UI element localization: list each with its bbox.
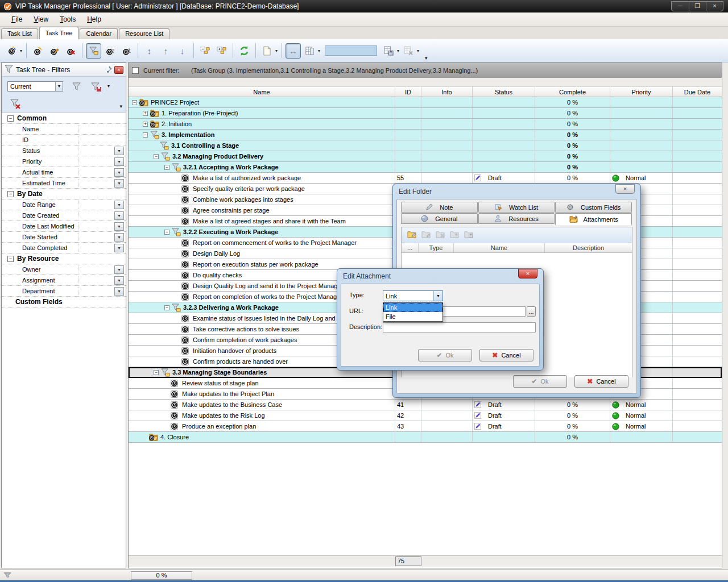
chevron-down-icon[interactable]: ▼	[114, 157, 124, 166]
attachment-open-button[interactable]	[450, 230, 460, 240]
column-header-complete[interactable]: Complete	[535, 87, 610, 97]
dialog-tab-attachments[interactable]: Attachments	[555, 213, 632, 225]
chevron-down-icon[interactable]: ▼	[114, 201, 124, 209]
table-row[interactable]: −3. Implementation 0 %	[129, 130, 722, 140]
attachment-edit-button[interactable]	[421, 230, 431, 240]
chevron-down-icon[interactable]: ▼	[114, 244, 124, 252]
chevron-down-icon[interactable]: ▾	[275, 48, 278, 53]
chevron-down-icon[interactable]: ▾	[20, 48, 22, 53]
dialog-tab-watch-list[interactable]: Watch List	[478, 202, 555, 213]
chevron-down-icon[interactable]: ▼	[114, 222, 124, 231]
filter-section-common[interactable]: −Common	[2, 113, 126, 124]
column-header-status[interactable]: Status	[473, 87, 535, 97]
expand-expander[interactable]: +	[143, 122, 148, 127]
filter-field-date-created[interactable]: Date Created ▼	[2, 210, 126, 221]
toolbar-overflow-icon[interactable]: ▾	[425, 55, 428, 62]
edit-attachment-cancel-button[interactable]: ✖ Cancel	[479, 349, 533, 361]
clear-filter-button[interactable]	[6, 95, 23, 111]
filter-section-by-date[interactable]: −By Date	[2, 189, 126, 199]
edit-attachment-close-button[interactable]: ×	[518, 269, 537, 278]
attachment-column-1[interactable]: Type	[419, 243, 454, 252]
table-row[interactable]: Produce an exception plan 43 Draft 0 % N…	[129, 421, 722, 432]
collapse-expander[interactable]: −	[164, 230, 169, 235]
attachment-delete-button[interactable]	[436, 230, 445, 240]
tab-resource-list[interactable]: Resource List	[119, 28, 169, 39]
filter-field-status[interactable]: Status ▼	[2, 146, 126, 156]
expand-expander[interactable]: +	[143, 111, 148, 116]
menu-file[interactable]: File	[6, 14, 28, 25]
minimize-button[interactable]: ─	[672, 2, 689, 11]
dialog-tab-note[interactable]: Note	[401, 202, 478, 213]
filter-field-date-completed[interactable]: Date Completed ▼	[2, 243, 126, 253]
chevron-down-icon[interactable]: ▼	[114, 211, 124, 220]
chevron-down-icon[interactable]: ▾	[318, 48, 320, 53]
tab-task-list[interactable]: Task List	[1, 28, 38, 39]
table-row[interactable]: +1. Preparation (Pre-Project) 0 %	[129, 108, 722, 119]
filter-field-actual-time[interactable]: Actual time ▼	[2, 167, 126, 178]
move-up-button[interactable]: ↑	[158, 43, 173, 59]
attachment-save-button[interactable]	[464, 230, 474, 240]
collapse-expander[interactable]: −	[7, 191, 14, 197]
chevron-down-icon[interactable]: ▼	[114, 287, 124, 296]
edit-folder-ok-button[interactable]: ✔ Ok	[513, 375, 567, 388]
table-row[interactable]: −PRINCE2 Project 0 %	[129, 97, 722, 108]
table-row[interactable]: −3.2.1 Accepting a Work Package 0 %	[129, 162, 722, 173]
attachment-column-2[interactable]: Name	[454, 243, 545, 252]
filter-preset-combo[interactable]: Current ▼	[7, 81, 63, 92]
collapse-all-button[interactable]	[197, 43, 213, 59]
pin-icon[interactable]	[105, 66, 112, 74]
menu-view[interactable]: View	[28, 14, 54, 25]
attachment-column-3[interactable]: Description	[545, 243, 632, 252]
filter-field-priority[interactable]: Priority ▼	[2, 156, 126, 167]
attachment-column-0[interactable]: ...	[402, 243, 419, 252]
filters-panel-close-button[interactable]: ×	[114, 66, 123, 74]
expand-all-button[interactable]	[214, 43, 229, 59]
grid-layout-button[interactable]	[302, 43, 317, 59]
filter-section-by-resource[interactable]: −By Resource	[2, 253, 126, 264]
edit-attachment-ok-button[interactable]: ✔ Ok	[418, 349, 472, 361]
type-combobox[interactable]: Link ▼	[383, 290, 443, 301]
save-layout-button[interactable]	[381, 43, 396, 59]
save-filter-button[interactable]	[87, 78, 104, 94]
edit-folder-cancel-button[interactable]: ✖ Cancel	[574, 375, 628, 388]
collapse-expander[interactable]: −	[154, 154, 159, 159]
tab-task-tree[interactable]: Task Tree	[39, 27, 79, 39]
edit-task-button[interactable]	[47, 43, 62, 59]
edit-folder-close-button[interactable]: ×	[615, 184, 635, 194]
column-header-id[interactable]: ID	[395, 87, 421, 97]
attachment-add-button[interactable]	[407, 230, 417, 240]
filter-field-estimated-time[interactable]: Estimated Time ▼	[2, 178, 126, 189]
table-row[interactable]: −3.2 Managing Product Delivery 0 %	[129, 151, 722, 162]
layout-combo[interactable]	[325, 45, 377, 56]
filter-tasks-button[interactable]	[86, 43, 101, 59]
restore-button[interactable]: ❐	[689, 2, 706, 11]
chevron-down-icon[interactable]: ▼	[114, 147, 124, 155]
dropdown-option-file[interactable]: File	[383, 312, 442, 321]
tab-calendar[interactable]: Calendar	[80, 28, 118, 39]
chevron-down-icon[interactable]: ▼	[114, 233, 124, 242]
dropdown-option-link[interactable]: Link	[383, 303, 442, 312]
description-input[interactable]	[383, 322, 536, 332]
dialog-tab-resources[interactable]: Resources	[478, 213, 555, 224]
current-filter-checkbox[interactable]	[132, 67, 139, 74]
table-row[interactable]: +2. Initiation 0 %	[129, 119, 722, 130]
collapse-expander[interactable]: −	[154, 370, 159, 375]
dialog-tab-custom-fields[interactable]: Custom Fields	[555, 202, 632, 213]
table-row[interactable]: Make updates to the Risk Log 42 Draft 0 …	[129, 410, 722, 421]
delete-task-button[interactable]	[63, 43, 78, 59]
export-button[interactable]	[259, 43, 275, 59]
column-header-name[interactable]: Name	[129, 87, 395, 97]
filter-field-name[interactable]: Name	[2, 124, 126, 135]
task-notes-button[interactable]	[102, 43, 118, 59]
collapse-expander[interactable]: −	[132, 100, 137, 105]
column-header-due-date[interactable]: Due Date	[673, 87, 722, 97]
filter-field-date-range[interactable]: Date Range ▼	[2, 199, 126, 210]
collapse-expander[interactable]: −	[164, 305, 169, 310]
new-task-button[interactable]	[4, 43, 19, 59]
filter-field-date-started[interactable]: Date Started ▼	[2, 232, 126, 243]
table-row[interactable]: 4. Closure 0 %	[129, 432, 722, 443]
collapse-expander[interactable]: −	[7, 115, 14, 122]
chevron-down-icon[interactable]: ▼	[114, 276, 124, 285]
filter-field-owner[interactable]: Owner ▼	[2, 264, 126, 275]
delete-layout-button[interactable]	[401, 43, 416, 59]
